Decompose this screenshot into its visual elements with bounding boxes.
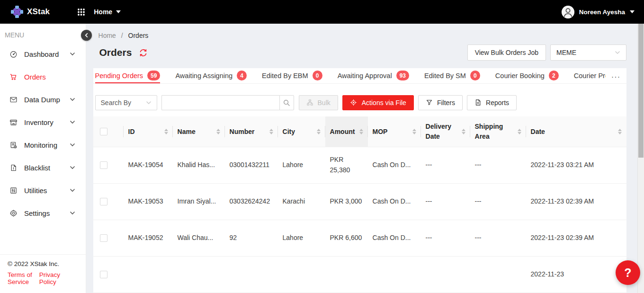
- sidebar-collapse-button[interactable]: [81, 30, 92, 41]
- reports-button[interactable]: Reports: [467, 95, 517, 110]
- sort-icon[interactable]: [317, 129, 322, 134]
- reports-label: Reports: [486, 99, 509, 107]
- select-all-checkbox[interactable]: [100, 128, 107, 135]
- gear-icon: [9, 209, 18, 217]
- sidebar-item-blacklist[interactable]: Blacklist: [0, 156, 86, 179]
- sidebar-item-label: Utilities: [24, 186, 47, 195]
- row-checkbox[interactable]: [100, 271, 107, 278]
- refresh-button[interactable]: [139, 48, 148, 57]
- sort-icon[interactable]: [216, 129, 221, 134]
- row-checkbox[interactable]: [100, 198, 107, 205]
- row-checkbox[interactable]: [100, 234, 107, 242]
- column-header-number[interactable]: Number: [225, 116, 278, 147]
- page-scrollbar[interactable]: [637, 24, 644, 293]
- help-button[interactable]: ?: [616, 260, 640, 285]
- chevron-down-icon: [615, 50, 620, 55]
- sort-icon[interactable]: [359, 129, 364, 134]
- user-menu[interactable]: Noreen Ayesha: [562, 6, 635, 18]
- cell-amount: [325, 257, 368, 293]
- cell-date: 2022-11-23 02:39 AM: [526, 220, 626, 257]
- main-content: Home / Orders Orders View Bulk Orde: [86, 24, 644, 293]
- cell-city: Karachi: [278, 184, 325, 220]
- home-menu[interactable]: Home: [94, 8, 121, 16]
- scrollbar-thumb[interactable]: [638, 24, 644, 158]
- cell-amount: PKR 25,380: [325, 147, 368, 184]
- count-badge: 0: [313, 71, 322, 80]
- sort-icon[interactable]: [462, 129, 466, 134]
- user-name: Noreen Ayesha: [579, 9, 625, 16]
- status-tabs: Pending Orders 59 Awaiting Assigning 4 E…: [93, 68, 626, 84]
- sidebar-item-data-dump[interactable]: Data Dump: [0, 88, 86, 111]
- chevron-down-icon: [70, 51, 75, 57]
- tab-awaiting-approval[interactable]: Awaiting Approval 93: [338, 68, 409, 83]
- menu-label: MENU: [0, 24, 86, 40]
- sidebar-item-dashboard[interactable]: Dashboard: [0, 43, 86, 65]
- breadcrumb-home-link[interactable]: Home: [98, 32, 116, 39]
- bulk-button[interactable]: Bulk: [299, 95, 338, 110]
- column-header-id[interactable]: ID: [124, 116, 173, 147]
- privacy-policy-link[interactable]: Privacy Policy: [39, 271, 66, 285]
- more-tabs-button[interactable]: ...: [606, 68, 626, 83]
- column-header-shipping-area[interactable]: Shipping Area: [470, 116, 526, 147]
- tab-edited-by-sm[interactable]: Edited By SM 0: [424, 68, 480, 83]
- cell-mop: Cash On D...: [368, 147, 421, 184]
- column-header-city[interactable]: City: [278, 116, 325, 147]
- sidebar-item-label: Data Dump: [24, 96, 60, 104]
- column-header-delivery-date[interactable]: Delivery Date: [421, 116, 470, 147]
- cell-date: 2022-11-23 02:39 AM: [526, 184, 626, 220]
- tab-awaiting-assigning[interactable]: Awaiting Assigning 4: [175, 68, 247, 83]
- sort-icon[interactable]: [518, 129, 522, 134]
- chevron-down-icon: [630, 10, 635, 13]
- column-header-name[interactable]: Name: [173, 116, 225, 147]
- search-input[interactable]: [161, 95, 279, 110]
- page-title: Orders: [99, 47, 132, 58]
- store-select[interactable]: MEME: [550, 44, 626, 61]
- cell-delivery-date: ---: [421, 220, 470, 257]
- orders-card: Pending Orders 59 Awaiting Assigning 4 E…: [93, 68, 626, 293]
- chevron-down-icon: [70, 119, 75, 125]
- brand-logo[interactable]: XStak: [10, 5, 50, 18]
- tab-edited-by-ebm[interactable]: Edited By EBM 0: [262, 68, 322, 83]
- search-button[interactable]: [279, 95, 294, 110]
- bulk-icon: [306, 99, 313, 106]
- search-by-select[interactable]: Search By: [95, 95, 157, 110]
- filters-label: Filters: [437, 99, 455, 107]
- chevron-down-icon: [70, 165, 75, 170]
- cell-shipping-area: ---: [470, 147, 526, 184]
- sidebar-item-label: Blacklist: [24, 164, 50, 172]
- tab-courier-booking[interactable]: Courier Booking 2: [495, 68, 559, 83]
- tab-pending-orders[interactable]: Pending Orders 59: [95, 68, 161, 83]
- brand-name: XStak: [27, 7, 50, 17]
- sidebar-item-utilities[interactable]: Utilities: [0, 179, 86, 202]
- sort-icon[interactable]: [618, 129, 623, 134]
- monitor-icon: [9, 141, 18, 149]
- topbar: XStak Home Noreen Ayesha: [0, 0, 644, 24]
- column-header-date[interactable]: Date: [526, 116, 626, 147]
- sort-icon[interactable]: [269, 129, 274, 134]
- sidebar-item-orders[interactable]: Orders: [0, 65, 86, 88]
- sidebar-item-monitoring[interactable]: Monitoring: [0, 133, 86, 156]
- sidebar-item-inventory[interactable]: Inventory: [0, 111, 86, 133]
- search-by-placeholder: Search By: [101, 99, 132, 107]
- sidebar-item-label: Settings: [24, 209, 50, 217]
- table-row: 2022-11-23: [93, 257, 626, 293]
- sidebar-item-label: Orders: [24, 73, 46, 81]
- sort-icon[interactable]: [164, 129, 169, 134]
- target-icon: [350, 99, 357, 106]
- row-checkbox[interactable]: [100, 161, 107, 169]
- sidebar-footer: © 2022 XStak Inc. Terms of Service Priva…: [0, 254, 86, 293]
- terms-of-service-link[interactable]: Terms of Service: [8, 271, 39, 285]
- cell-number: [225, 257, 278, 293]
- xstak-logo-icon: [10, 5, 24, 18]
- sort-icon[interactable]: [412, 129, 417, 134]
- bulk-label: Bulk: [318, 99, 331, 107]
- column-header-mop[interactable]: MOP: [368, 116, 421, 147]
- actions-via-file-button[interactable]: Actions via File: [342, 95, 414, 110]
- column-header-amount[interactable]: Amount: [325, 116, 368, 147]
- sidebar-item-label: Dashboard: [24, 50, 59, 58]
- apps-grid-icon[interactable]: [77, 8, 85, 16]
- filters-button[interactable]: Filters: [418, 95, 463, 110]
- sidebar-item-settings[interactable]: Settings: [0, 202, 86, 224]
- view-bulk-orders-job-button[interactable]: View Bulk Orders Job: [467, 44, 546, 61]
- copyright-text: © 2022 XStak Inc.: [8, 260, 77, 267]
